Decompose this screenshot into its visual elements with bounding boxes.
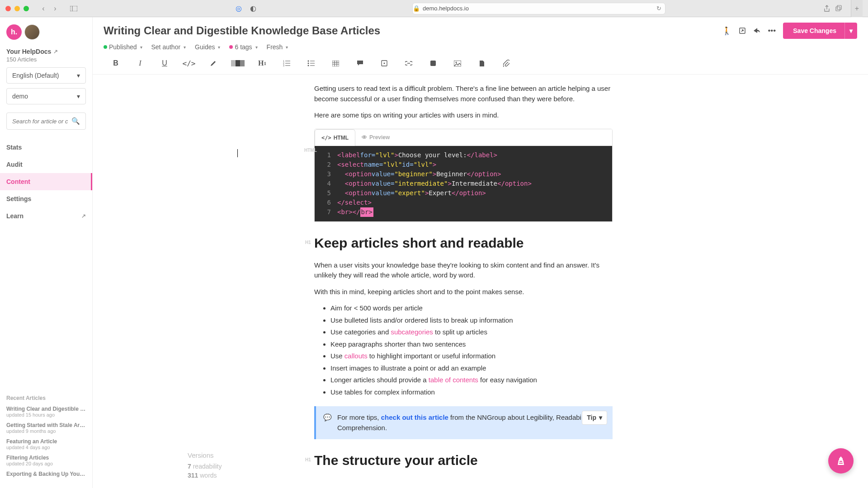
list-item[interactable]: Insert images to illustrate a point or a… (330, 363, 613, 374)
image-button[interactable] (445, 57, 470, 70)
link-button[interactable] (396, 57, 421, 70)
underline-button[interactable]: U (152, 57, 177, 70)
attachment-button[interactable] (494, 57, 519, 70)
table-button[interactable] (323, 57, 348, 70)
list-item[interactable]: Use callouts to highlight important or u… (330, 351, 613, 361)
paragraph[interactable]: Getting users to read text is a difficul… (314, 84, 613, 104)
highlight-button[interactable] (201, 57, 226, 70)
callout-tip[interactable]: 💬 For more tips, check out this article … (314, 406, 613, 439)
list-item[interactable]: Use categories and subcategories to spli… (330, 327, 613, 338)
recent-article[interactable]: Getting Started with Stale Articlesupdat… (6, 422, 86, 434)
freshness-dropdown[interactable]: Fresh (267, 43, 288, 51)
forward-button[interactable]: › (50, 4, 61, 14)
help-fab-button[interactable] (828, 448, 854, 474)
link-callouts[interactable]: callouts (344, 352, 368, 360)
svg-rect-0 (70, 6, 77, 11)
back-button[interactable]: ‹ (38, 4, 49, 14)
heading-button[interactable]: H1 (250, 57, 274, 70)
comment-button[interactable] (348, 57, 372, 70)
italic-button[interactable]: I (128, 57, 152, 70)
unordered-list-button[interactable] (299, 57, 323, 70)
link-toc[interactable]: table of contents (429, 376, 478, 384)
block-button[interactable] (421, 57, 445, 70)
lock-icon: 🔒 (413, 5, 420, 12)
sidebar-item-content[interactable]: Content (0, 173, 92, 190)
scope-dropdown[interactable]: demo ▾ (6, 88, 86, 104)
save-dropdown-icon[interactable]: ▾ (844, 23, 857, 39)
svg-point-15 (308, 65, 309, 66)
maximize-window-icon[interactable] (24, 6, 29, 11)
tip-type-dropdown[interactable]: Tip▾ (582, 411, 607, 425)
more-options-icon[interactable]: ••• (768, 26, 776, 35)
sidebar-item-stats[interactable]: Stats (0, 139, 92, 156)
tags-dropdown[interactable]: 6 tags (229, 43, 257, 51)
author-dropdown[interactable]: Set author (151, 43, 186, 51)
reload-icon[interactable]: ↻ (656, 5, 661, 12)
bold-button[interactable]: B (104, 57, 128, 70)
copy-tab-icon[interactable] (835, 5, 842, 12)
code-button[interactable]: </> (177, 57, 201, 70)
recent-article[interactable]: Exporting & Backing Up Your Ar… (6, 471, 86, 477)
sidebar-item-audit[interactable]: Audit (0, 156, 92, 173)
extension-1password-icon[interactable]: ◎ (232, 3, 245, 14)
extension-privacy-icon[interactable]: ◐ (247, 3, 259, 14)
search-input[interactable]: 🔍 (6, 113, 86, 130)
heading-1[interactable]: Keep articles short and readable (314, 233, 613, 253)
list-item[interactable]: Use bulleted lists and/or ordered lists … (330, 315, 613, 326)
category-dropdown[interactable]: Guides (195, 43, 220, 51)
code-block[interactable]: </>HTML 👁Preview 1<label for="lvl">Choos… (314, 129, 613, 222)
text-cursor-icon (237, 149, 238, 157)
close-window-icon[interactable] (5, 6, 11, 11)
traffic-lights (5, 6, 29, 11)
list-item[interactable]: Longer articles should provide a table o… (330, 375, 613, 385)
language-dropdown[interactable]: English (Default) ▾ (6, 67, 86, 84)
list-item[interactable]: Aim for < 500 words per article (330, 303, 613, 314)
external-link-icon[interactable]: ↗ (53, 48, 58, 55)
sidebar-item-learn[interactable]: Learn ↗ (0, 207, 92, 225)
new-tab-button[interactable]: + (851, 0, 863, 17)
status-dropdown[interactable]: Published (104, 43, 142, 51)
list-item[interactable]: Keep paragraphs shorter than two sentenc… (330, 339, 613, 350)
svg-rect-28 (839, 463, 843, 464)
list-item[interactable]: Use tables for complex information (330, 387, 613, 398)
paragraph[interactable]: When a user visits your knowledge base t… (314, 260, 613, 281)
editor-content[interactable]: Getting users to read text is a difficul… (93, 75, 868, 488)
paragraph[interactable]: Here are some tips on writing your artic… (314, 110, 613, 121)
svg-rect-2 (836, 7, 840, 11)
paragraph[interactable]: With this in mind, keeping articles shor… (314, 287, 613, 297)
sidebar-toggle-icon[interactable] (68, 4, 80, 14)
workspace-name[interactable]: Your HelpDocs ↗ (6, 48, 86, 55)
chevron-down-icon: ▾ (77, 72, 80, 79)
gutter-label-h1: H1 (305, 239, 311, 246)
avatar[interactable] (24, 24, 40, 40)
tab-preview[interactable]: 👁Preview (355, 129, 396, 145)
callout-link[interactable]: check out this article (381, 413, 448, 421)
article-title[interactable]: Writing Clear and Digestible Knowledge B… (104, 24, 380, 37)
helpdocs-logo-icon[interactable]: h. (6, 24, 22, 40)
file-button[interactable] (470, 57, 494, 70)
recent-article[interactable]: Featuring an Articleupdated 4 days ago (6, 438, 86, 450)
save-changes-button[interactable]: Save Changes ▾ (783, 23, 857, 39)
minimize-window-icon[interactable] (14, 6, 20, 11)
editor-toolbar: B I U </> H1 123 (104, 54, 857, 74)
color-swatches[interactable] (226, 57, 250, 70)
callout-button[interactable] (372, 57, 396, 70)
share-icon[interactable] (824, 5, 830, 12)
link-subcategories[interactable]: subcategories (391, 328, 433, 336)
search-field[interactable] (12, 118, 68, 125)
open-external-icon[interactable] (739, 27, 746, 34)
share-icon[interactable] (753, 28, 760, 34)
bullet-list[interactable]: Aim for < 500 words per article Use bull… (330, 303, 613, 397)
word-count-stat: 311 words (188, 472, 222, 479)
versions-heading[interactable]: Versions (188, 451, 222, 459)
ordered-list-button[interactable]: 123 (274, 57, 299, 70)
recent-article[interactable]: Writing Clear and Digestible Kn…updated … (6, 406, 86, 418)
editor-header: Writing Clear and Digestible Knowledge B… (93, 17, 868, 75)
address-bar[interactable]: 🔒 demo.helpdocs.io ↻ (412, 3, 665, 14)
recent-article[interactable]: Filtering Articlesupdated 20 days ago (6, 455, 86, 466)
accessibility-icon[interactable]: 🚶 (722, 26, 731, 36)
tab-html[interactable]: </>HTML (315, 129, 355, 146)
sidebar-item-settings[interactable]: Settings (0, 190, 92, 207)
readability-stat: 7 readability (188, 463, 222, 470)
heading-1[interactable]: The structure your article (314, 450, 613, 470)
